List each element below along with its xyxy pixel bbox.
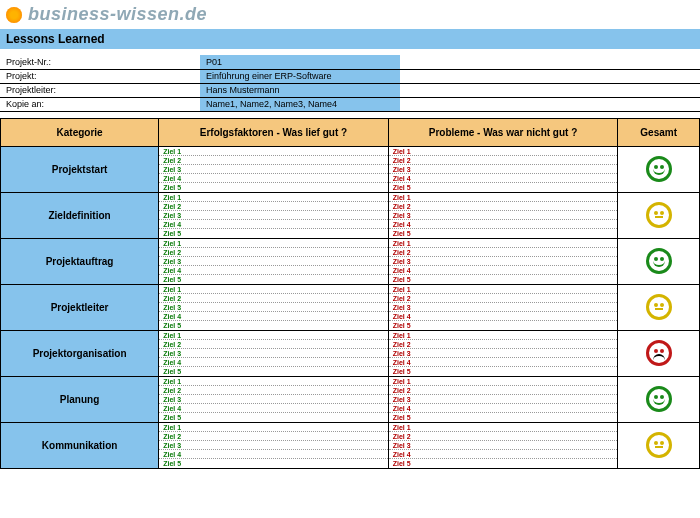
ziel-item: Ziel 4 [159,404,388,413]
gesamt-cell [618,284,700,330]
ziel-item: Ziel 1 [389,331,618,340]
ziel-item: Ziel 4 [159,266,388,275]
erfolg-cell: Ziel 1Ziel 2Ziel 3Ziel 4Ziel 5 [159,192,389,238]
smiley-sad-icon [646,340,672,366]
ziel-item: Ziel 5 [159,321,388,330]
gesamt-cell [618,422,700,468]
logo-icon [6,7,22,23]
ziel-item: Ziel 4 [159,312,388,321]
ziel-item: Ziel 5 [389,459,618,468]
meta-row: Kopie an:Name1, Name2, Name3, Name4 [0,97,700,111]
meta-blank [400,69,700,83]
ziel-item: Ziel 3 [389,349,618,358]
gesamt-cell [618,238,700,284]
table-row: ProjektleiterZiel 1Ziel 2Ziel 3Ziel 4Zie… [1,284,700,330]
probleme-cell: Ziel 1Ziel 2Ziel 3Ziel 4Ziel 5 [388,284,618,330]
kategorie-cell: Kommunikation [1,422,159,468]
ziel-item: Ziel 1 [389,377,618,386]
ziel-item: Ziel 3 [159,395,388,404]
ziel-item: Ziel 3 [159,349,388,358]
ziel-item: Ziel 2 [389,202,618,211]
ziel-item: Ziel 4 [389,174,618,183]
ziel-item: Ziel 5 [159,413,388,422]
col-kategorie: Kategorie [1,118,159,146]
ziel-item: Ziel 3 [159,165,388,174]
ziel-item: Ziel 4 [159,358,388,367]
meta-label: Projekt: [0,69,200,83]
ziel-item: Ziel 5 [389,275,618,284]
ziel-item: Ziel 1 [389,193,618,202]
ziel-item: Ziel 1 [159,193,388,202]
probleme-cell: Ziel 1Ziel 2Ziel 3Ziel 4Ziel 5 [388,146,618,192]
ziel-item: Ziel 4 [159,220,388,229]
ziel-item: Ziel 3 [159,211,388,220]
gesamt-cell [618,192,700,238]
erfolg-cell: Ziel 1Ziel 2Ziel 3Ziel 4Ziel 5 [159,146,389,192]
ziel-item: Ziel 3 [159,257,388,266]
probleme-cell: Ziel 1Ziel 2Ziel 3Ziel 4Ziel 5 [388,376,618,422]
meta-label: Projekt-Nr.: [0,55,200,69]
meta-value: Name1, Name2, Name3, Name4 [200,97,400,111]
kategorie-cell: Projektorganisation [1,330,159,376]
ziel-item: Ziel 3 [389,395,618,404]
gesamt-cell [618,330,700,376]
ziel-item: Ziel 3 [389,257,618,266]
meta-blank [400,55,700,69]
meta-blank [400,83,700,97]
meta-blank [400,97,700,111]
ziel-item: Ziel 1 [159,239,388,248]
ziel-item: Ziel 2 [159,432,388,441]
ziel-item: Ziel 2 [389,248,618,257]
erfolg-cell: Ziel 1Ziel 2Ziel 3Ziel 4Ziel 5 [159,330,389,376]
ziel-item: Ziel 2 [159,294,388,303]
ziel-item: Ziel 5 [389,413,618,422]
kategorie-cell: Zieldefinition [1,192,159,238]
ziel-item: Ziel 1 [389,147,618,156]
col-probleme: Probleme - Was war nicht gut ? [388,118,618,146]
ziel-item: Ziel 4 [389,358,618,367]
ziel-item: Ziel 4 [159,450,388,459]
ziel-item: Ziel 3 [389,441,618,450]
ziel-item: Ziel 4 [389,450,618,459]
smiley-happy-icon [646,156,672,182]
gesamt-cell [618,376,700,422]
smiley-neutral-icon [646,432,672,458]
ziel-item: Ziel 1 [159,147,388,156]
meta-row: Projekt:Einführung einer ERP-Software [0,69,700,83]
meta-table: Projekt-Nr.:P01Projekt:Einführung einer … [0,55,700,112]
ziel-item: Ziel 2 [159,156,388,165]
ziel-item: Ziel 2 [389,340,618,349]
erfolg-cell: Ziel 1Ziel 2Ziel 3Ziel 4Ziel 5 [159,284,389,330]
ziel-item: Ziel 5 [159,183,388,192]
ziel-item: Ziel 3 [159,441,388,450]
meta-value: Einführung einer ERP-Software [200,69,400,83]
meta-row: Projektleiter:Hans Mustermann [0,83,700,97]
probleme-cell: Ziel 1Ziel 2Ziel 3Ziel 4Ziel 5 [388,330,618,376]
table-row: ProjektorganisationZiel 1Ziel 2Ziel 3Zie… [1,330,700,376]
ziel-item: Ziel 2 [389,432,618,441]
ziel-item: Ziel 2 [389,386,618,395]
probleme-cell: Ziel 1Ziel 2Ziel 3Ziel 4Ziel 5 [388,422,618,468]
ziel-item: Ziel 2 [159,202,388,211]
meta-value: P01 [200,55,400,69]
erfolg-cell: Ziel 1Ziel 2Ziel 3Ziel 4Ziel 5 [159,238,389,284]
erfolg-cell: Ziel 1Ziel 2Ziel 3Ziel 4Ziel 5 [159,376,389,422]
ziel-item: Ziel 4 [159,174,388,183]
ziel-item: Ziel 2 [159,340,388,349]
ziel-item: Ziel 3 [389,211,618,220]
ziel-item: Ziel 4 [389,404,618,413]
site-name: business-wissen.de [28,4,207,25]
ziel-item: Ziel 1 [159,331,388,340]
smiley-happy-icon [646,386,672,412]
ziel-item: Ziel 5 [389,321,618,330]
ziel-item: Ziel 3 [159,303,388,312]
ziel-item: Ziel 1 [159,285,388,294]
col-gesamt: Gesamt [618,118,700,146]
ziel-item: Ziel 5 [389,183,618,192]
ziel-item: Ziel 4 [389,220,618,229]
erfolg-cell: Ziel 1Ziel 2Ziel 3Ziel 4Ziel 5 [159,422,389,468]
table-row: KommunikationZiel 1Ziel 2Ziel 3Ziel 4Zie… [1,422,700,468]
table-row: ProjektstartZiel 1Ziel 2Ziel 3Ziel 4Ziel… [1,146,700,192]
table-row: ZieldefinitionZiel 1Ziel 2Ziel 3Ziel 4Zi… [1,192,700,238]
table-row: PlanungZiel 1Ziel 2Ziel 3Ziel 4Ziel 5Zie… [1,376,700,422]
